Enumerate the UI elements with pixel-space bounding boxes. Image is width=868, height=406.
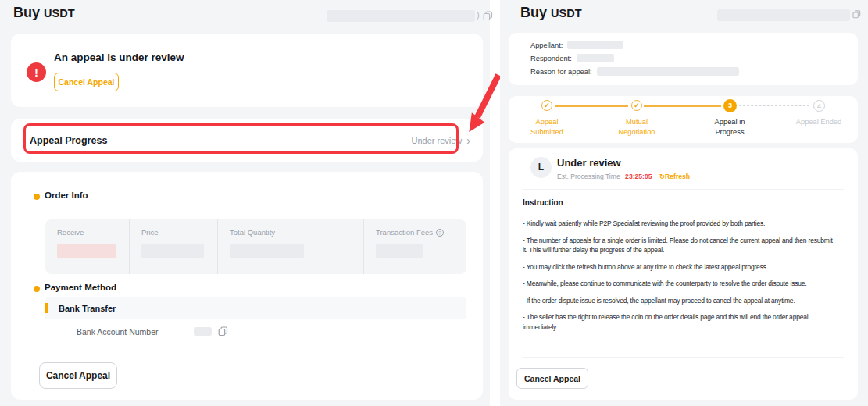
page-title-action: Buy bbox=[520, 5, 547, 20]
order-col-quantity: Total Quantity bbox=[217, 219, 363, 274]
appeal-progress-status-group: Under review › bbox=[412, 135, 470, 146]
redacted-quantity-value bbox=[230, 244, 304, 258]
respondent-label: Respondent: bbox=[530, 55, 572, 62]
step4-label: Appeal Ended bbox=[789, 117, 848, 127]
copy-icon[interactable] bbox=[483, 11, 493, 21]
alert-exclamation-icon: ! bbox=[27, 62, 46, 82]
step-label-line: Mutual bbox=[607, 117, 666, 127]
step-label-line: Submitted bbox=[517, 127, 577, 137]
respondent-row: Respondent: bbox=[530, 54, 614, 62]
processing-time-row: Est. Processing Time 23:25:05 ↻Refresh bbox=[557, 173, 690, 180]
appeal-progress-label: Appeal Progress bbox=[30, 135, 107, 146]
order-col-price: Price bbox=[129, 219, 217, 274]
cancel-appeal-button[interactable]: Cancel Appeal bbox=[39, 362, 117, 389]
order-meta-suffix: ) bbox=[477, 10, 480, 20]
order-detail-panel: BuyUSDT ) ! An appeal is under review Ca… bbox=[0, 0, 490, 406]
step4-number-badge: 4 bbox=[813, 100, 825, 112]
step3-label: Appeal in Progress bbox=[700, 117, 759, 138]
step2-check-icon: ✓ bbox=[631, 100, 642, 111]
copy-icon[interactable] bbox=[852, 10, 861, 19]
order-summary-box: Receive Price Total Quantity Transaction… bbox=[45, 219, 466, 274]
step1-check-icon: ✓ bbox=[541, 100, 552, 111]
bullet-icon bbox=[34, 194, 40, 200]
page-title-action: Buy bbox=[13, 5, 40, 20]
order-col-label: Receive bbox=[57, 228, 129, 237]
instruction-item: - If the order dispute issue is resolved… bbox=[523, 296, 838, 306]
orange-bar-icon bbox=[45, 303, 48, 313]
order-col-label: Total Quantity bbox=[230, 228, 363, 237]
redacted-account-number bbox=[194, 327, 212, 336]
payment-detail-row: Bank Account Number bbox=[45, 319, 466, 344]
order-col-label: Price bbox=[141, 228, 217, 237]
redacted-fees-value bbox=[376, 244, 423, 258]
redacted-price-value bbox=[141, 244, 204, 258]
instruction-list: - Kindly wait patiently while P2P Specia… bbox=[523, 219, 838, 339]
divider bbox=[523, 357, 844, 358]
page-title: BuyUSDT bbox=[13, 5, 75, 21]
instruction-heading: Instruction bbox=[523, 198, 563, 207]
step-label-line: Appeal bbox=[517, 117, 577, 127]
step-connector-dashed bbox=[739, 105, 809, 106]
order-info-card: Order Info Receive Price Total Quantity … bbox=[11, 172, 483, 400]
bullet-icon bbox=[34, 286, 40, 292]
reason-label: Reason for appeal: bbox=[530, 68, 592, 76]
appeal-progress-row[interactable]: Appeal Progress Under review › bbox=[11, 119, 483, 162]
page-title: BuyUSDT bbox=[520, 5, 582, 21]
order-info-heading: Order Info bbox=[45, 191, 88, 200]
cancel-appeal-button[interactable]: Cancel Appeal bbox=[516, 368, 588, 389]
payment-method-box: Bank Transfer Bank Account Number bbox=[45, 297, 466, 344]
review-status-card: L Under review Est. Processing Time 23:2… bbox=[509, 148, 858, 400]
appellant-row: Appellant: bbox=[530, 41, 623, 49]
instruction-item: - Kindly wait patiently while P2P Specia… bbox=[523, 219, 838, 229]
redacted-receive-value bbox=[57, 244, 116, 258]
est-processing-label: Est. Processing Time bbox=[557, 173, 620, 180]
appeal-alert-card: ! An appeal is under review Cancel Appea… bbox=[11, 34, 483, 107]
appeal-stepper-card: ✓ ✓ 3 4 Appeal Submitted Mutual Negotiat… bbox=[509, 96, 858, 143]
page-title-asset: USDT bbox=[44, 7, 74, 20]
payment-method-heading: Payment Method bbox=[45, 283, 116, 292]
appeal-detail-panel: BuyUSDT Appellant: Respondent: Reason fo… bbox=[500, 0, 868, 406]
step-label-line: Progress bbox=[700, 127, 759, 137]
divider bbox=[523, 189, 844, 190]
appellant-label: Appellant: bbox=[530, 41, 563, 49]
step-label-line: Negotiation bbox=[607, 127, 666, 137]
instruction-item: - Meanwhile, please continue to communic… bbox=[523, 279, 838, 289]
redacted-appellant bbox=[567, 41, 623, 49]
instruction-item: - The number of appeals for a single ord… bbox=[523, 236, 838, 255]
refresh-button[interactable]: ↻Refresh bbox=[659, 173, 690, 180]
step-label-line: Appeal in bbox=[700, 117, 759, 127]
payment-method-name: Bank Transfer bbox=[59, 304, 116, 313]
appeal-progress-status: Under review bbox=[412, 136, 463, 145]
info-question-icon[interactable]: ? bbox=[436, 229, 444, 237]
payment-method-header: Bank Transfer bbox=[45, 297, 466, 319]
order-col-fees: Transaction Fees ? bbox=[363, 219, 466, 274]
step-label-line: Appeal Ended bbox=[789, 117, 848, 127]
instruction-item: - The seller has the right to release th… bbox=[523, 312, 838, 332]
copy-icon[interactable] bbox=[218, 326, 228, 337]
bank-account-label: Bank Account Number bbox=[77, 327, 194, 337]
instruction-item: - You may click the refresh button above… bbox=[523, 262, 838, 272]
reason-row: Reason for appeal: bbox=[530, 67, 739, 76]
alert-heading: An appeal is under review bbox=[54, 52, 184, 63]
step-connector bbox=[555, 105, 628, 107]
redacted-order-meta bbox=[327, 10, 475, 22]
redacted-reason bbox=[597, 67, 739, 76]
countdown-timer: 23:25:05 bbox=[625, 173, 652, 180]
order-col-label-text: Transaction Fees bbox=[376, 228, 433, 237]
order-col-label: Transaction Fees ? bbox=[376, 228, 466, 237]
cancel-appeal-button[interactable]: Cancel Appeal bbox=[54, 73, 119, 91]
redacted-respondent bbox=[577, 54, 614, 62]
order-col-receive: Receive bbox=[45, 219, 129, 274]
appeal-review-screen: BuyUSDT ) ! An appeal is under review Ca… bbox=[0, 0, 868, 406]
step3-number-badge: 3 bbox=[723, 99, 737, 112]
step1-label: Appeal Submitted bbox=[517, 117, 577, 138]
step2-label: Mutual Negotiation bbox=[607, 117, 666, 138]
step-connector bbox=[644, 105, 721, 107]
redacted-order-meta bbox=[717, 9, 850, 21]
refresh-label: Refresh bbox=[665, 173, 690, 180]
chevron-right-icon[interactable]: › bbox=[466, 135, 470, 146]
page-title-asset: USDT bbox=[551, 7, 581, 20]
appeal-parties-card: Appellant: Respondent: Reason for appeal… bbox=[509, 33, 858, 85]
status-avatar: L bbox=[530, 157, 552, 178]
review-status-title: Under review bbox=[557, 157, 621, 169]
